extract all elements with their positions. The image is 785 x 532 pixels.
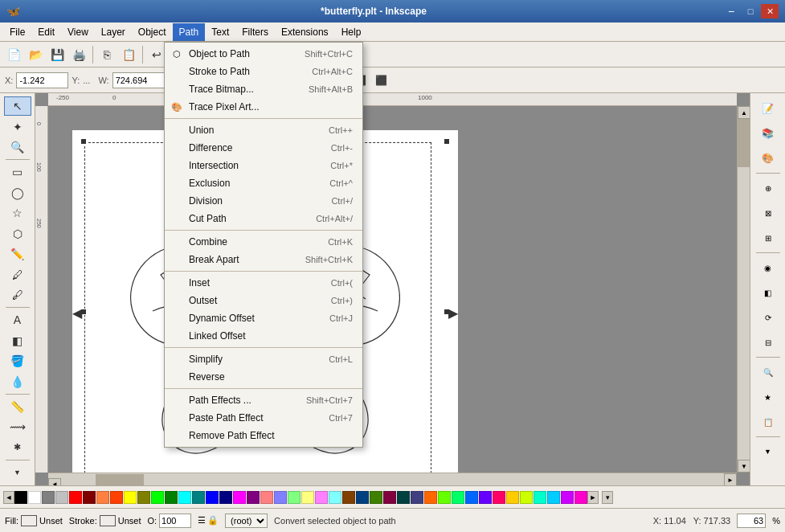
- remove-path-effect-item[interactable]: Remove Path Effect: [165, 427, 362, 444]
- w-input[interactable]: [112, 72, 169, 88]
- palette-color-008080[interactable]: [192, 491, 205, 504]
- palette-left-btn[interactable]: ◄: [3, 491, 14, 504]
- palette-color-004040[interactable]: [397, 491, 410, 504]
- measure-tool[interactable]: 📏: [4, 397, 31, 416]
- fill-tool[interactable]: 🪣: [4, 351, 31, 370]
- maximize-button[interactable]: □: [742, 4, 759, 18]
- palette-color-0066ff[interactable]: [465, 491, 478, 504]
- palette-color-008000[interactable]: [165, 491, 178, 504]
- object-to-path-item[interactable]: ⬡ Object to Path Shift+Ctrl+C: [165, 45, 362, 63]
- palette-color-800000[interactable]: [83, 491, 96, 504]
- copy-button[interactable]: ⎘: [96, 44, 117, 65]
- minimize-button[interactable]: −: [722, 4, 740, 18]
- paste-path-effect-item[interactable]: Paste Path Effect Ctrl+7: [165, 409, 362, 427]
- select-tool[interactable]: ↖: [4, 96, 31, 116]
- star-tool[interactable]: ☆: [4, 203, 31, 223]
- palette-color-80ffff[interactable]: [329, 491, 341, 504]
- outset-item[interactable]: Outset Ctrl+): [165, 292, 362, 309]
- palette-color-ffff00[interactable]: [124, 491, 137, 504]
- pencil-tool[interactable]: ✏️: [4, 244, 31, 264]
- trace-bitmap-item[interactable]: Trace Bitmap... Shift+Alt+B: [165, 80, 362, 98]
- palette-color-80ff80[interactable]: [288, 491, 301, 504]
- circle-tool[interactable]: ◯: [4, 183, 31, 203]
- more-tools[interactable]: ▼: [4, 463, 31, 482]
- palette-color-00ff00[interactable]: [151, 491, 164, 504]
- menu-filters[interactable]: Filters: [235, 23, 275, 41]
- palette-color-ff0066[interactable]: [493, 491, 505, 504]
- palette-color-004080[interactable]: [356, 491, 369, 504]
- node-tool[interactable]: ✦: [4, 117, 31, 136]
- connector-tool[interactable]: ⟿: [4, 417, 31, 436]
- palette-color-804000[interactable]: [342, 491, 355, 504]
- snap-nodes-btn[interactable]: ⊕: [754, 176, 782, 200]
- palette-color-800080[interactable]: [247, 491, 260, 504]
- intersection-item[interactable]: Intersection Ctrl+*: [165, 157, 362, 174]
- palette-color-408000[interactable]: [370, 491, 382, 504]
- palette-color-ff8040[interactable]: [96, 491, 109, 504]
- object-props-btn[interactable]: ◉: [754, 256, 782, 280]
- palette-color-00ff66[interactable]: [452, 491, 464, 504]
- palette-color-ffcc00[interactable]: [506, 491, 519, 504]
- path-effects-item[interactable]: Path Effects ... Shift+Ctrl+7: [165, 391, 362, 409]
- hscroll-thumb[interactable]: [96, 474, 144, 485]
- cut-path-item[interactable]: Cut Path Ctrl+Alt+/: [165, 210, 362, 227]
- palette-color-00ccff[interactable]: [547, 491, 560, 504]
- close-button[interactable]: ✕: [761, 4, 779, 18]
- palette-color-ff8080[interactable]: [260, 491, 273, 504]
- symbols-btn[interactable]: ★: [754, 385, 782, 409]
- division-item[interactable]: Division Ctrl+/: [165, 192, 362, 210]
- more-panel-btn[interactable]: ▼: [754, 440, 782, 464]
- palette-color-66ff00[interactable]: [438, 491, 451, 504]
- trace-pixel-art-item[interactable]: 🎨 Trace Pixel Art...: [165, 98, 362, 116]
- gradient-tool[interactable]: ◧: [4, 330, 31, 350]
- fill-stroke-btn[interactable]: ◧: [754, 280, 782, 305]
- reverse-item[interactable]: Reverse: [165, 368, 362, 386]
- palette-color-cc00ff[interactable]: [561, 491, 574, 504]
- palette-color-ff00ff[interactable]: [233, 491, 246, 504]
- palette-color-404080[interactable]: [411, 491, 423, 504]
- pen-tool[interactable]: 🖊: [4, 264, 31, 284]
- break-apart-item[interactable]: Break Apart Shift+Ctrl+K: [165, 251, 362, 268]
- menu-path[interactable]: Path: [173, 23, 206, 41]
- menu-edit[interactable]: Edit: [31, 23, 61, 41]
- palette-color-c0c0c0[interactable]: [55, 491, 68, 504]
- palette-color-8080ff[interactable]: [274, 491, 287, 504]
- palette-color-00ffcc[interactable]: [534, 491, 546, 504]
- snap-grid-btn[interactable]: ⊞: [754, 226, 782, 250]
- x-input[interactable]: [16, 72, 68, 88]
- new-button[interactable]: 📄: [3, 44, 24, 65]
- align-top-btn[interactable]: ⬛: [373, 72, 390, 89]
- palette-color-000080[interactable]: [219, 491, 232, 504]
- palette-color-ff0000[interactable]: [69, 491, 82, 504]
- save-button[interactable]: 💾: [47, 44, 67, 65]
- zoom-input[interactable]: [737, 514, 766, 528]
- scroll-down-button[interactable]: ▼: [738, 460, 750, 473]
- stroke-to-path-item[interactable]: Stroke to Path Ctrl+Alt+C: [165, 63, 362, 80]
- palette-right-btn[interactable]: ►: [587, 491, 599, 504]
- menu-object[interactable]: Object: [132, 23, 173, 41]
- scroll-right-button[interactable]: ►: [724, 473, 737, 485]
- palette-color-ccff00[interactable]: [520, 491, 533, 504]
- canvas[interactable]: ◀ ▶ ▲ ▼: [48, 106, 737, 473]
- palette-color-6600ff[interactable]: [479, 491, 492, 504]
- find-btn[interactable]: 🔍: [754, 360, 782, 384]
- handle-tl[interactable]: [80, 138, 87, 145]
- text-tool[interactable]: A: [4, 310, 31, 329]
- difference-item[interactable]: Difference Ctrl+-: [165, 139, 362, 157]
- menu-file[interactable]: File: [3, 23, 31, 41]
- xml-editor-btn[interactable]: 📝: [754, 96, 782, 121]
- dynamic-offset-item[interactable]: Dynamic Offset Ctrl+J: [165, 309, 362, 327]
- snap-bbox-btn[interactable]: ⊠: [754, 201, 782, 225]
- transform-btn[interactable]: ⟳: [754, 305, 782, 329]
- scroll-thumb[interactable]: [738, 119, 750, 167]
- menu-extensions[interactable]: Extensions: [275, 23, 335, 41]
- palette-color-ff00cc[interactable]: [574, 491, 587, 504]
- paste-button[interactable]: 📋: [118, 44, 139, 65]
- palette-color-ff6600[interactable]: [424, 491, 437, 504]
- palette-color-ffff80[interactable]: [301, 491, 314, 504]
- palette-menu-btn[interactable]: ▾: [602, 491, 613, 504]
- layer-select[interactable]: (root): [225, 514, 268, 528]
- palette-color-ffffff[interactable]: [28, 491, 41, 504]
- calligraphy-tool[interactable]: 🖋: [4, 285, 31, 305]
- inset-item[interactable]: Inset Ctrl+(: [165, 274, 362, 292]
